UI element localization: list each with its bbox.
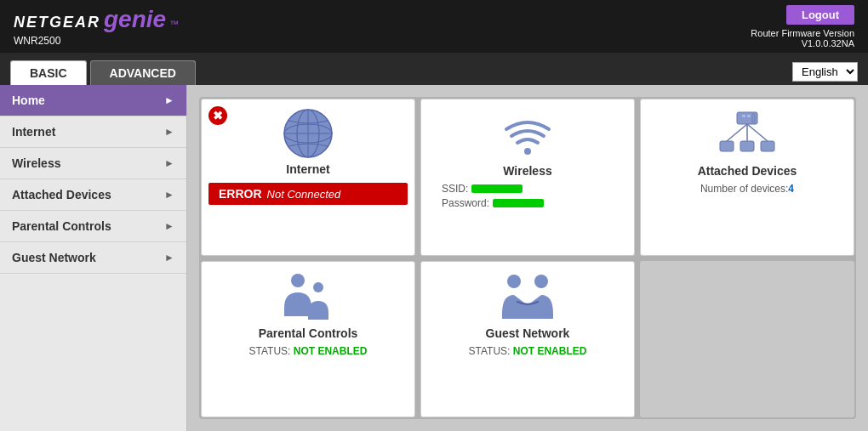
internet-icon xyxy=(278,108,338,159)
wireless-card[interactable]: Wireless SSID: Password: xyxy=(420,99,635,256)
dashboard-grid: ✖ Internet ERROR Not Connected xyxy=(199,97,856,419)
logo-area: NETGEAR genie™ WNR2500 xyxy=(14,6,179,47)
svg-point-18 xyxy=(507,275,521,288)
content-area: ✖ Internet ERROR Not Connected xyxy=(187,85,868,431)
password-value-bar xyxy=(493,199,544,207)
parental-status-label: STATUS: xyxy=(249,345,291,357)
arrow-icon-attached: ► xyxy=(164,189,174,201)
guest-network-status: STATUS: NOT ENABLED xyxy=(469,345,587,357)
attached-devices-card[interactable]: Attached Devices Number of devices:4 xyxy=(640,99,854,256)
sidebar: Home ► Internet ► Wireless ► Attached De… xyxy=(0,85,187,431)
device-count: 4 xyxy=(788,183,794,195)
error-detail: Not Connected xyxy=(267,188,341,201)
empty-card xyxy=(640,261,854,418)
sidebar-label-parental: Parental Controls xyxy=(12,219,111,233)
firmware-version: V1.0.0.32NA xyxy=(802,38,854,48)
tab-advanced[interactable]: ADVANCED xyxy=(90,60,196,85)
guest-status-value: NOT ENABLED xyxy=(513,345,587,357)
internet-card-title: Internet xyxy=(286,162,329,176)
wireless-card-title: Wireless xyxy=(503,164,551,178)
sidebar-item-wireless[interactable]: Wireless ► xyxy=(0,148,186,179)
svg-rect-13 xyxy=(720,141,734,151)
logo: NETGEAR genie™ xyxy=(14,6,179,33)
svg-rect-9 xyxy=(752,114,755,122)
svg-rect-15 xyxy=(761,141,774,151)
sidebar-label-wireless: Wireless xyxy=(12,156,60,170)
nav-tabs: BASIC ADVANCED English xyxy=(0,53,868,85)
language-select[interactable]: English xyxy=(792,62,858,82)
attached-devices-card-title: Attached Devices xyxy=(698,164,797,178)
parental-controls-icon xyxy=(278,272,338,323)
nav-right: English xyxy=(792,62,858,85)
sidebar-label-attached: Attached Devices xyxy=(12,188,111,201)
svg-line-12 xyxy=(747,124,768,141)
parental-controls-status: STATUS: NOT ENABLED xyxy=(249,345,368,357)
svg-rect-7 xyxy=(742,115,745,117)
arrow-icon-parental: ► xyxy=(164,220,174,232)
svg-point-16 xyxy=(291,274,305,287)
svg-point-5 xyxy=(524,148,531,155)
attached-devices-count: Number of devices:4 xyxy=(700,183,794,195)
ssid-label: SSID: xyxy=(442,183,468,195)
ssid-row: SSID: xyxy=(433,183,622,195)
sidebar-label-guest: Guest Network xyxy=(12,251,96,264)
genie-logo: genie xyxy=(104,6,166,33)
error-label: ERROR xyxy=(219,187,262,201)
sidebar-item-home[interactable]: Home ► xyxy=(0,85,186,116)
wireless-icon xyxy=(498,110,557,161)
sidebar-item-internet[interactable]: Internet ► xyxy=(0,116,186,148)
device-count-prefix: Number of devices: xyxy=(700,183,788,195)
arrow-icon-internet: ► xyxy=(164,126,174,138)
ssid-value-bar xyxy=(471,184,523,193)
parental-status-value: NOT ENABLED xyxy=(294,345,368,357)
header: NETGEAR genie™ WNR2500 Logout Router Fir… xyxy=(0,0,868,53)
guest-network-card-title: Guest Network xyxy=(486,326,570,340)
parental-controls-card[interactable]: Parental Controls STATUS: NOT ENABLED xyxy=(201,261,415,418)
arrow-icon-wireless: ► xyxy=(164,157,174,169)
guest-status-label: STATUS: xyxy=(469,345,511,357)
firmware-line1: Router Firmware Version xyxy=(751,28,854,38)
sidebar-label-home: Home xyxy=(12,94,45,107)
password-row: Password: xyxy=(433,197,622,209)
svg-point-19 xyxy=(534,275,548,288)
model-number: WNR2500 xyxy=(14,35,179,47)
netgear-logo: NETGEAR xyxy=(14,14,100,31)
password-label: Password: xyxy=(442,197,489,209)
error-x-icon: ✖ xyxy=(208,106,227,125)
svg-rect-14 xyxy=(740,141,754,151)
tab-basic[interactable]: BASIC xyxy=(10,60,87,85)
trademark: ™ xyxy=(169,19,179,29)
guest-network-icon xyxy=(498,272,557,323)
arrow-icon-home: ► xyxy=(164,94,174,106)
attached-devices-icon xyxy=(717,110,777,161)
sidebar-item-parental-controls[interactable]: Parental Controls ► xyxy=(0,211,186,242)
error-banner: ERROR Not Connected xyxy=(208,183,408,205)
internet-card[interactable]: ✖ Internet ERROR Not Connected xyxy=(201,99,415,256)
arrow-icon-guest: ► xyxy=(164,252,174,264)
svg-line-10 xyxy=(727,124,747,141)
svg-rect-8 xyxy=(747,115,751,117)
header-right: Logout Router Firmware Version V1.0.0.32… xyxy=(751,5,854,48)
sidebar-item-attached-devices[interactable]: Attached Devices ► xyxy=(0,179,186,211)
sidebar-label-internet: Internet xyxy=(12,125,55,139)
main-container: Home ► Internet ► Wireless ► Attached De… xyxy=(0,85,868,431)
guest-network-card[interactable]: Guest Network STATUS: NOT ENABLED xyxy=(420,261,635,418)
svg-point-17 xyxy=(313,282,323,292)
sidebar-item-guest-network[interactable]: Guest Network ► xyxy=(0,242,186,274)
firmware-info: Router Firmware Version V1.0.0.32NA xyxy=(751,28,854,48)
parental-controls-card-title: Parental Controls xyxy=(259,326,358,340)
logout-button[interactable]: Logout xyxy=(786,5,854,25)
